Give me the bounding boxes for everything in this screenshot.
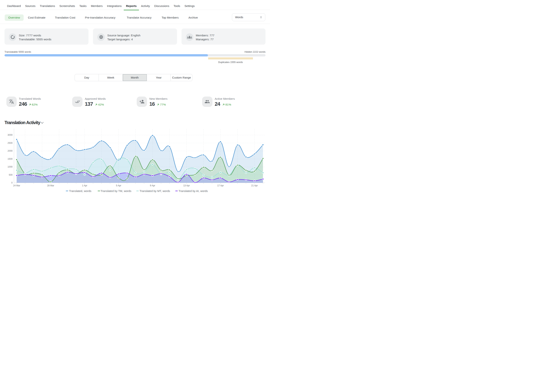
svg-text:1000: 1000 [8, 166, 13, 168]
svg-text:500: 500 [9, 174, 13, 176]
svg-text:0: 0 [11, 181, 13, 184]
svg-text:28 Mar: 28 Mar [47, 184, 54, 187]
svg-text:2500: 2500 [8, 142, 13, 144]
svg-text:21 Apr: 21 Apr [251, 184, 258, 187]
svg-text:13 Apr: 13 Apr [183, 184, 190, 187]
svg-text:3000: 3000 [8, 134, 13, 136]
svg-text:9 Apr: 9 Apr [150, 184, 155, 187]
svg-text:17 Apr: 17 Apr [217, 184, 224, 187]
svg-text:1500: 1500 [8, 158, 13, 160]
svg-text:24 Mar: 24 Mar [13, 184, 20, 187]
svg-text:1 Apr: 1 Apr [82, 184, 87, 187]
svg-text:2000: 2000 [8, 150, 13, 152]
svg-text:5 Apr: 5 Apr [116, 184, 121, 187]
